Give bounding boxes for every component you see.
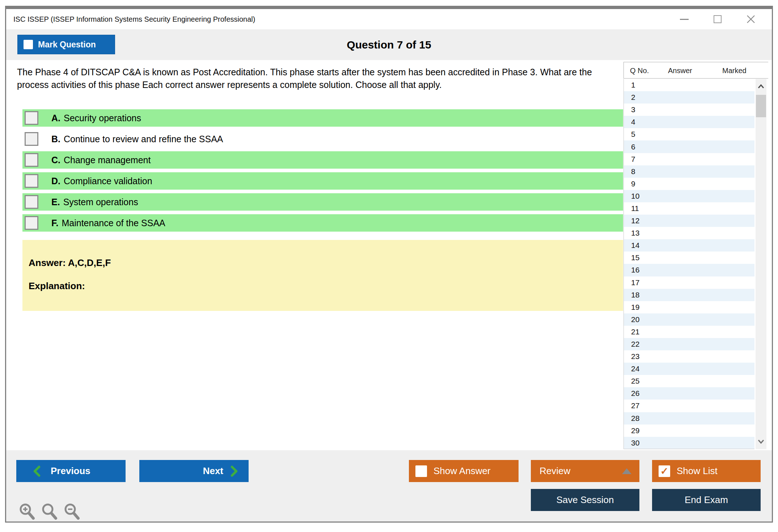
chevron-left-icon bbox=[33, 465, 41, 477]
question-number: 11 bbox=[631, 204, 639, 213]
question-list-header: Q No. Answer Marked bbox=[623, 62, 768, 79]
question-number: 20 bbox=[631, 315, 639, 324]
option-text: Compliance validation bbox=[64, 176, 152, 186]
question-list-row[interactable]: 10 bbox=[624, 190, 754, 202]
chevron-down-icon bbox=[757, 439, 765, 444]
option-checkbox[interactable] bbox=[25, 132, 38, 146]
answer-option-row[interactable]: E.System operations bbox=[22, 193, 623, 211]
mark-question-button[interactable]: Mark Question bbox=[17, 35, 115, 54]
show-answer-checkbox[interactable] bbox=[415, 465, 427, 477]
answer-text: Answer: A,C,D,E,F bbox=[29, 257, 111, 269]
question-list-row[interactable]: 12 bbox=[624, 215, 754, 227]
question-number: 27 bbox=[631, 401, 639, 410]
question-list-row[interactable]: 2 bbox=[624, 91, 754, 104]
chevron-up-icon bbox=[757, 84, 765, 89]
question-number: 13 bbox=[631, 229, 639, 237]
question-list-row[interactable]: 26 bbox=[624, 387, 754, 400]
close-icon bbox=[746, 14, 756, 24]
scroll-down-button[interactable] bbox=[756, 435, 766, 448]
question-list-row[interactable]: 20 bbox=[624, 313, 754, 326]
options-list: A.Security operationsB.Continue to revie… bbox=[22, 109, 623, 235]
question-number: 29 bbox=[631, 426, 639, 435]
question-number: 26 bbox=[631, 389, 639, 398]
option-text: Security operations bbox=[64, 113, 141, 123]
option-text: System operations bbox=[63, 197, 138, 207]
review-button[interactable]: Review bbox=[531, 460, 639, 482]
option-letter: A. bbox=[51, 113, 60, 123]
option-letter: F. bbox=[51, 218, 58, 228]
question-list-row[interactable]: 30 bbox=[624, 437, 754, 449]
zoom-reset-icon[interactable] bbox=[41, 502, 59, 522]
footer-bar: Previous Next Show Answer Review ✓ Show … bbox=[6, 450, 772, 522]
question-list-row[interactable]: 15 bbox=[624, 252, 754, 264]
question-list-row[interactable]: 8 bbox=[624, 165, 754, 178]
question-list-row[interactable]: 18 bbox=[624, 289, 754, 301]
question-list-row[interactable]: 21 bbox=[624, 326, 754, 338]
question-number: 1 bbox=[631, 81, 635, 89]
question-list-row[interactable]: 25 bbox=[624, 375, 754, 387]
next-button[interactable]: Next bbox=[139, 460, 249, 482]
question-list-row[interactable]: 29 bbox=[624, 425, 754, 437]
question-number: 14 bbox=[631, 241, 639, 250]
question-list-row[interactable]: 13 bbox=[624, 227, 754, 239]
zoom-out-icon[interactable] bbox=[63, 502, 81, 522]
question-list-row[interactable]: 24 bbox=[624, 363, 754, 375]
option-checkbox[interactable] bbox=[25, 216, 38, 230]
answer-option-row[interactable]: B.Continue to review and refine the SSAA bbox=[22, 130, 623, 148]
question-list-row[interactable]: 14 bbox=[624, 239, 754, 252]
question-list-row[interactable]: 9 bbox=[624, 178, 754, 190]
header-strip: Question 7 of 15 Mark Question bbox=[6, 29, 772, 60]
minimize-button[interactable] bbox=[679, 14, 689, 24]
answer-option-row[interactable]: C.Change management bbox=[22, 151, 623, 169]
zoom-in-icon[interactable] bbox=[18, 502, 36, 522]
question-list-row[interactable]: 6 bbox=[624, 140, 754, 153]
show-list-button[interactable]: ✓ Show List bbox=[652, 460, 761, 482]
question-list-row[interactable]: 16 bbox=[624, 264, 754, 276]
answer-option-row[interactable]: A.Security operations bbox=[22, 109, 623, 127]
answer-option-row[interactable]: F.Maintenance of the SSAA bbox=[22, 214, 623, 232]
question-number: 28 bbox=[631, 414, 639, 423]
answer-option-row[interactable]: D.Compliance validation bbox=[22, 172, 623, 190]
check-icon: ✓ bbox=[660, 465, 669, 477]
question-list-row[interactable]: 11 bbox=[624, 202, 754, 215]
question-list-row[interactable]: 1 bbox=[624, 79, 754, 91]
question-list-row[interactable]: 17 bbox=[624, 276, 754, 289]
mark-question-checkbox[interactable] bbox=[24, 40, 33, 49]
show-answer-button[interactable]: Show Answer bbox=[409, 460, 519, 482]
question-list-row[interactable]: 19 bbox=[624, 301, 754, 313]
question-list-row[interactable]: 3 bbox=[624, 104, 754, 116]
question-number: 5 bbox=[631, 130, 635, 139]
question-list-row[interactable]: 27 bbox=[624, 400, 754, 412]
question-number: 12 bbox=[631, 216, 639, 225]
question-list-row[interactable]: 5 bbox=[624, 128, 754, 140]
option-checkbox[interactable] bbox=[25, 195, 38, 209]
column-answer: Answer bbox=[668, 62, 692, 79]
question-list-scrollbar[interactable] bbox=[756, 79, 766, 449]
option-checkbox[interactable] bbox=[25, 174, 38, 188]
question-number: 22 bbox=[631, 340, 639, 349]
question-number: 18 bbox=[631, 291, 639, 299]
previous-button[interactable]: Previous bbox=[16, 460, 126, 482]
close-button[interactable] bbox=[746, 14, 756, 24]
option-checkbox[interactable] bbox=[25, 153, 38, 167]
question-list-row[interactable]: 22 bbox=[624, 338, 754, 350]
show-answer-label: Show Answer bbox=[434, 465, 491, 477]
show-list-checkbox[interactable]: ✓ bbox=[659, 465, 670, 477]
question-number: 19 bbox=[631, 303, 639, 312]
option-checkbox[interactable] bbox=[25, 111, 38, 125]
end-exam-label: End Exam bbox=[685, 494, 728, 506]
end-exam-button[interactable]: End Exam bbox=[652, 489, 761, 511]
question-list-row[interactable]: 23 bbox=[624, 350, 754, 363]
question-list-row[interactable]: 4 bbox=[624, 116, 754, 128]
maximize-button[interactable] bbox=[713, 14, 723, 24]
show-list-label: Show List bbox=[677, 465, 718, 477]
question-number: 7 bbox=[631, 155, 635, 164]
scroll-up-button[interactable] bbox=[756, 80, 766, 93]
question-number: 9 bbox=[631, 180, 635, 188]
question-text: The Phase 4 of DITSCAP C&A is known as P… bbox=[17, 66, 622, 91]
question-list-row[interactable]: 7 bbox=[624, 153, 754, 165]
scrollbar-thumb[interactable] bbox=[756, 95, 766, 117]
mark-question-label: Mark Question bbox=[38, 40, 96, 50]
save-session-button[interactable]: Save Session bbox=[531, 489, 639, 511]
question-list-row[interactable]: 28 bbox=[624, 412, 754, 425]
